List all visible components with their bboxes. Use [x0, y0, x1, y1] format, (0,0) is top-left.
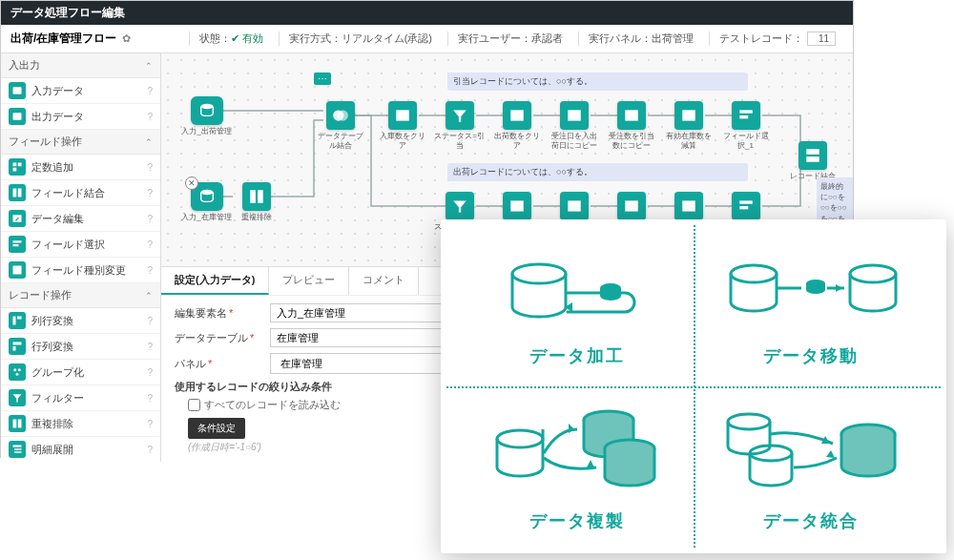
- cond-settings-button[interactable]: 条件設定: [188, 418, 245, 439]
- ov-copy: データ複製: [460, 387, 694, 546]
- svg-point-47: [731, 265, 777, 282]
- node-n1[interactable]: 入庫数をクリア: [376, 101, 428, 150]
- svg-rect-3: [18, 163, 22, 167]
- gear-icon[interactable]: ✿: [122, 32, 131, 45]
- svg-rect-22: [14, 451, 22, 453]
- node-input-2[interactable]: ✕入力_在庫管理: [180, 182, 233, 222]
- svg-point-53: [728, 414, 770, 429]
- node-n5[interactable]: 受注数を引当数にコピー: [605, 101, 657, 150]
- svg-rect-40: [682, 200, 695, 211]
- section-record-ops[interactable]: レコード操作⌃: [1, 283, 160, 308]
- toolbar: 出荷/在庫管理フロー ✿ 状態：✔ 有効 実行方式：リアルタイム(承認) 実行ユ…: [1, 25, 853, 53]
- tool-dedup[interactable]: 重複排除?: [1, 411, 160, 437]
- svg-rect-19: [18, 420, 22, 428]
- svg-rect-34: [682, 110, 695, 120]
- status-test-record: テストレコード：11: [709, 31, 836, 46]
- status-state: 状態：✔ 有効: [189, 31, 263, 46]
- svg-rect-4: [13, 168, 17, 172]
- node-n3[interactable]: 出荷数をクリア: [490, 101, 543, 150]
- tab-settings[interactable]: 設定(入力データ): [161, 267, 269, 295]
- svg-rect-14: [13, 346, 16, 351]
- node-merge[interactable]: レコード結合: [786, 141, 839, 181]
- tool-data-edit[interactable]: データ編集?: [1, 206, 160, 232]
- node-dedup[interactable]: 重複排除: [230, 182, 282, 222]
- svg-rect-43: [806, 149, 819, 155]
- tool-input-data[interactable]: 入力データ?: [1, 78, 160, 104]
- node-join[interactable]: データテーブル結合: [314, 101, 366, 150]
- label-table: データテーブル*: [175, 331, 270, 345]
- svg-point-45: [512, 264, 566, 283]
- svg-point-49: [850, 265, 896, 282]
- tool-add-const[interactable]: 定数追加?: [1, 155, 160, 180]
- chk-read-all-label: すべてのレコードを読み込む: [204, 398, 341, 412]
- svg-rect-37: [510, 200, 524, 211]
- svg-rect-1: [13, 113, 22, 120]
- title-bar: データ処理フロー編集: [1, 1, 853, 25]
- ov-process: データ加工: [460, 229, 694, 387]
- tool-output-data[interactable]: 出力データ?: [1, 104, 160, 130]
- svg-rect-11: [13, 317, 16, 325]
- svg-rect-27: [258, 190, 263, 203]
- svg-rect-31: [510, 110, 524, 120]
- section-io[interactable]: 入出力⌃: [1, 53, 160, 78]
- tool-field-join[interactable]: フィールド結合?: [1, 180, 160, 206]
- svg-rect-8: [13, 240, 22, 242]
- tool-field-type[interactable]: フィールド種別変更?: [1, 258, 160, 283]
- tool-col-row[interactable]: 列行変換?: [1, 308, 160, 334]
- svg-point-17: [16, 373, 19, 376]
- tool-filter[interactable]: フィルター?: [1, 385, 160, 411]
- tool-field-select[interactable]: フィールド選択?: [1, 232, 160, 258]
- svg-point-29: [337, 110, 347, 120]
- svg-rect-26: [250, 190, 256, 203]
- svg-rect-36: [739, 115, 748, 118]
- svg-rect-32: [568, 110, 581, 120]
- tool-row-col[interactable]: 行列変換?: [1, 334, 160, 360]
- node-n4[interactable]: 受注日を入出荷日にコピー: [548, 101, 600, 150]
- status-exec-mode: 実行方式：リアルタイム(承認): [279, 31, 432, 46]
- svg-point-15: [13, 368, 16, 371]
- overlay-card: データ加工 データ移動: [441, 219, 946, 553]
- svg-point-50: [497, 430, 543, 447]
- section-field-ops[interactable]: フィールド操作⌃: [1, 130, 160, 155]
- svg-rect-30: [396, 110, 409, 120]
- node-input-1[interactable]: 入力_出荷管理: [180, 96, 233, 136]
- svg-point-24: [200, 104, 213, 109]
- svg-point-25: [200, 190, 213, 195]
- svg-rect-38: [568, 200, 581, 211]
- svg-rect-20: [13, 446, 22, 447]
- status-exec-user: 実行ユーザー：承認者: [447, 31, 563, 46]
- svg-rect-9: [13, 244, 19, 246]
- label-elem-name: 編集要素名*: [175, 306, 270, 321]
- label-panel: パネル*: [175, 357, 270, 371]
- node-n6[interactable]: 有効在庫数を減算: [662, 101, 715, 150]
- tool-detail-expand[interactable]: 明細展開?: [1, 437, 160, 462]
- svg-rect-10: [13, 266, 22, 275]
- annotation-1: 引当レコードについては、○○する。: [447, 73, 748, 91]
- tab-preview[interactable]: プレビュー: [269, 267, 349, 295]
- svg-rect-21: [14, 448, 22, 450]
- tab-comment[interactable]: コメント: [349, 267, 419, 295]
- svg-rect-44: [806, 156, 819, 162]
- svg-rect-39: [625, 200, 638, 211]
- svg-rect-6: [18, 189, 22, 197]
- svg-rect-18: [13, 420, 17, 428]
- node-n7[interactable]: フィールド選択_1: [719, 101, 772, 150]
- svg-rect-12: [17, 317, 22, 320]
- svg-rect-13: [13, 342, 22, 345]
- svg-rect-2: [13, 163, 17, 167]
- status-exec-panel: 実行パネル：出荷管理: [578, 31, 694, 46]
- sidebar: 入出力⌃ 入力データ? 出力データ? フィールド操作⌃ 定数追加? フィールド結…: [1, 53, 161, 462]
- node-n2[interactable]: ステータス=引当: [433, 101, 486, 150]
- svg-rect-35: [739, 110, 753, 113]
- comment-icon[interactable]: ⋯: [314, 73, 331, 85]
- svg-rect-5: [13, 189, 17, 197]
- annotation-2: 出荷レコードについては、○○する。: [447, 163, 748, 181]
- chk-read-all[interactable]: [188, 399, 200, 411]
- ov-move: データ移動: [694, 229, 927, 387]
- svg-rect-41: [739, 200, 753, 203]
- svg-point-16: [18, 368, 21, 371]
- flow-name: 出荷/在庫管理フロー: [10, 31, 116, 47]
- svg-rect-42: [739, 206, 748, 209]
- tool-group[interactable]: グループ化?: [1, 360, 160, 385]
- svg-rect-33: [625, 110, 638, 120]
